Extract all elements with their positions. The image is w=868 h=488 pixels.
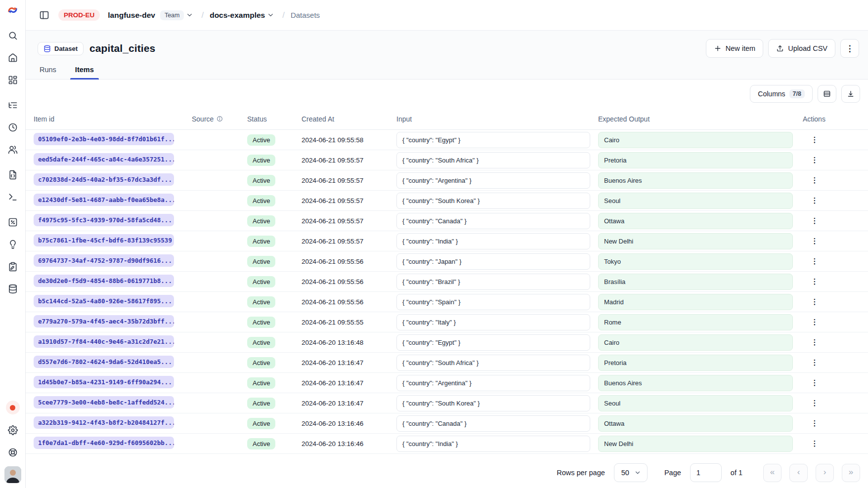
input-cell[interactable]: { "country": "Spain" }	[396, 294, 590, 310]
dashboards-icon[interactable]	[4, 71, 22, 89]
expected-output-cell[interactable]: Ottawa	[598, 213, 793, 229]
expected-output-cell[interactable]: Cairo	[598, 132, 793, 148]
item-id-link[interactable]: b5c144cd-52a5-4a80-926e-58617f895...	[34, 295, 174, 307]
input-cell[interactable]: { "country": "India" }	[396, 233, 590, 249]
row-actions-kebab-icon[interactable]: ⋮	[808, 315, 822, 329]
row-actions-kebab-icon[interactable]: ⋮	[808, 376, 822, 390]
export-button[interactable]	[841, 85, 860, 103]
item-id-link[interactable]: 69764737-34af-4752-9787-d90df9616...	[34, 254, 174, 267]
project-chevron-down-icon[interactable]	[267, 11, 274, 19]
org-chevron-down-icon[interactable]	[186, 11, 193, 19]
input-cell[interactable]: { "country": "Canada" }	[396, 415, 590, 432]
datasets-database-icon[interactable]	[4, 280, 22, 298]
prompts-file-icon[interactable]	[4, 166, 22, 184]
last-page-button[interactable]: »	[842, 464, 860, 482]
item-id-link[interactable]: e12430df-5e81-4687-aabb-f0ea65be8a...	[34, 194, 174, 206]
home-icon[interactable]	[4, 49, 22, 67]
input-cell[interactable]: { "country": "Argentina" }	[396, 172, 590, 189]
item-id-link[interactable]: 5cee7779-3e00-4eb8-be8c-1affedd524...	[34, 396, 174, 408]
org-name[interactable]: langfuse-dev	[108, 11, 155, 20]
input-cell[interactable]: { "country": "South Korea" }	[396, 193, 590, 209]
expected-output-cell[interactable]: New Delhi	[598, 436, 793, 452]
expected-output-cell[interactable]: Buenos Aires	[598, 375, 793, 391]
row-actions-kebab-icon[interactable]: ⋮	[808, 194, 822, 207]
row-actions-kebab-icon[interactable]: ⋮	[808, 234, 822, 248]
sessions-clock-icon[interactable]	[4, 119, 22, 136]
input-cell[interactable]: { "country": "Japan" }	[396, 253, 590, 270]
user-avatar[interactable]	[4, 466, 21, 483]
item-id-link[interactable]: a1910d57-7f84-440c-9e46-a31c2d7e21...	[34, 335, 174, 348]
row-actions-kebab-icon[interactable]: ⋮	[808, 153, 822, 167]
row-height-button[interactable]	[818, 85, 836, 103]
row-actions-kebab-icon[interactable]: ⋮	[808, 356, 822, 369]
row-actions-kebab-icon[interactable]: ⋮	[808, 254, 822, 268]
expected-output-cell[interactable]: Seoul	[598, 193, 793, 209]
info-icon[interactable]	[217, 116, 223, 122]
row-actions-kebab-icon[interactable]: ⋮	[808, 416, 822, 430]
input-cell[interactable]: { "country": "Argentina" }	[396, 375, 590, 391]
item-id-link[interactable]: d557e7d6-7802-4624-9da6-52d410ea5...	[34, 356, 174, 368]
item-id-link[interactable]: e779a270-579a-4f45-aec4-35b72d3bff...	[34, 315, 174, 327]
input-cell[interactable]: { "country": "Canada" }	[396, 213, 590, 229]
columns-button[interactable]: Columns 7/8	[750, 85, 813, 103]
expected-output-cell[interactable]: Seoul	[598, 395, 793, 411]
page-more-actions-button[interactable]: ⋮	[840, 39, 859, 58]
item-id-link[interactable]: 1f0e7da1-dbff-4e60-929d-f6095602bb...	[34, 437, 174, 449]
page-number-input[interactable]	[690, 463, 722, 482]
tab-runs[interactable]: Runs	[38, 66, 58, 79]
new-item-button[interactable]: New item	[706, 39, 763, 58]
item-id-link[interactable]: b75c7861-1fbe-45cf-bdf6-83f139c95539	[34, 234, 174, 246]
search-icon[interactable]	[4, 27, 22, 44]
evaluation-lightbulb-icon[interactable]	[4, 236, 22, 253]
settings-gear-icon[interactable]	[4, 421, 22, 439]
langfuse-logo-icon[interactable]	[6, 4, 19, 16]
item-id-link[interactable]: c702838d-24d5-40a2-bf35-67dc3a3df...	[34, 173, 174, 186]
breadcrumb-page[interactable]: Datasets	[291, 11, 320, 19]
row-actions-kebab-icon[interactable]: ⋮	[808, 295, 822, 309]
recording-indicator[interactable]	[6, 401, 20, 414]
tab-items[interactable]: Items	[73, 66, 96, 79]
row-actions-kebab-icon[interactable]: ⋮	[808, 335, 822, 349]
scores-percent-icon[interactable]	[4, 213, 22, 231]
row-actions-kebab-icon[interactable]: ⋮	[808, 275, 822, 288]
support-lifebuoy-icon[interactable]	[4, 444, 22, 461]
sidebar-toggle-icon[interactable]	[37, 8, 51, 23]
row-actions-kebab-icon[interactable]: ⋮	[808, 437, 822, 450]
expected-output-cell[interactable]: Cairo	[598, 334, 793, 351]
row-actions-kebab-icon[interactable]: ⋮	[808, 396, 822, 410]
expected-output-cell[interactable]: Buenos Aires	[598, 172, 793, 189]
input-cell[interactable]: { "country": "South Africa" }	[396, 355, 590, 371]
row-actions-kebab-icon[interactable]: ⋮	[808, 173, 822, 187]
item-id-link[interactable]: a322b319-9412-4f43-b8f2-b20484127f...	[34, 416, 174, 429]
row-actions-kebab-icon[interactable]: ⋮	[808, 133, 822, 147]
upload-csv-button[interactable]: Upload CSV	[768, 39, 835, 58]
input-cell[interactable]: { "country": "Egypt" }	[396, 334, 590, 351]
item-id-link[interactable]: f4975c95-5fc3-4939-970d-58fa5cd48...	[34, 214, 174, 226]
page-size-select[interactable]: 50	[614, 463, 648, 482]
expected-output-cell[interactable]: Brasília	[598, 274, 793, 290]
item-id-link[interactable]: eed5dafe-244f-465c-a84c-4a6e357251...	[34, 153, 174, 165]
item-id-link[interactable]: de30d2e0-f5d9-4854-88b6-0619771b8...	[34, 275, 174, 287]
expected-output-cell[interactable]: Tokyo	[598, 253, 793, 270]
input-cell[interactable]: { "country": "Brazil" }	[396, 274, 590, 290]
expected-output-cell[interactable]: Pretoria	[598, 355, 793, 371]
project-name[interactable]: docs-examples	[210, 11, 265, 20]
expected-output-cell[interactable]: Madrid	[598, 294, 793, 310]
first-page-button[interactable]: «	[763, 464, 781, 482]
input-cell[interactable]: { "country": "India" }	[396, 436, 590, 452]
input-cell[interactable]: { "country": "Italy" }	[396, 314, 590, 330]
playground-terminal-icon[interactable]	[4, 188, 22, 206]
expected-output-cell[interactable]: Rome	[598, 314, 793, 330]
tracing-icon[interactable]	[4, 96, 22, 114]
next-page-button[interactable]: ›	[816, 464, 834, 482]
expected-output-cell[interactable]: New Delhi	[598, 233, 793, 249]
annotation-clipboard-icon[interactable]	[4, 258, 22, 276]
item-id-link[interactable]: 1d45b0e7-b85a-4231-9149-6ff90a294...	[34, 376, 174, 388]
input-cell[interactable]: { "country": "Egypt" }	[396, 132, 590, 148]
prev-page-button[interactable]: ‹	[789, 464, 808, 482]
item-id-link[interactable]: 05109ef0-2e3b-4e03-98dd-8f7d01b61f...	[34, 133, 174, 145]
expected-output-cell[interactable]: Ottawa	[598, 415, 793, 432]
row-actions-kebab-icon[interactable]: ⋮	[808, 214, 822, 228]
expected-output-cell[interactable]: Pretoria	[598, 152, 793, 168]
users-icon[interactable]	[4, 141, 22, 159]
